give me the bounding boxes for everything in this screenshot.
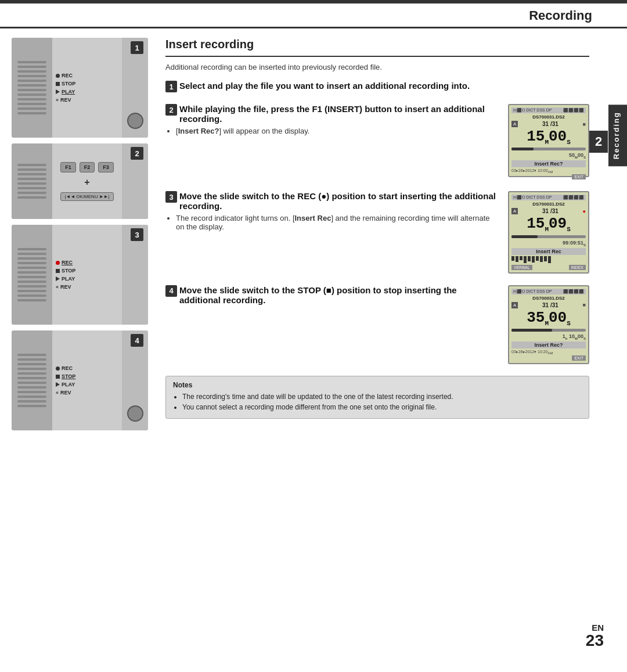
grille-line — [17, 285, 46, 288]
ok-menu-button[interactable]: |◄◄ OK/MENU ►►| — [60, 192, 113, 201]
step-2-badge: 2 — [589, 131, 608, 153]
screen-1-folder-row: A 31 /31 ■ — [511, 121, 586, 127]
grille-line — [17, 182, 46, 185]
rev-label: « REV — [56, 390, 71, 396]
device-grille-4 — [12, 330, 52, 430]
screen-1-exit-btn: EXIT — [572, 174, 586, 179]
grille-line — [17, 103, 46, 105]
grille-line — [17, 253, 46, 255]
rev-icon: « — [56, 97, 59, 103]
stop-label: STOP — [56, 81, 75, 87]
screen-1-progress — [511, 148, 586, 150]
rev-icon: « — [56, 284, 59, 290]
screen-1-folder: A — [511, 121, 518, 127]
device-screen-4: m⬛O DICT DSS DP ⬛⬛⬛⬛ DS700031.DS2 A 31 /… — [508, 285, 589, 364]
rec-icon — [56, 366, 60, 371]
grille-line — [17, 80, 46, 82]
screen-1-filename: DS700031.DS2 — [511, 114, 586, 120]
screen-3-rec-icon: ● — [583, 209, 586, 214]
side-button-4 — [127, 405, 143, 422]
step-2-heading: While playing the file, press the F1 (IN… — [179, 104, 499, 124]
screen-1-icon: ■ — [583, 121, 586, 127]
grille-line — [17, 98, 46, 100]
grille-line — [17, 391, 46, 393]
grille-line — [17, 187, 46, 189]
screen-3-rec-bars — [511, 256, 586, 263]
device-panel-3: 3 — [12, 225, 148, 325]
plus-button[interactable]: + — [84, 177, 89, 188]
rec-label: REC — [56, 73, 73, 78]
step-2-note-1: [Insert Rec?] will appear on the display… — [176, 127, 499, 135]
device-grille-3 — [12, 225, 52, 325]
screen-1-datetime: 03▸28▸2012▾ 10:00AM — [511, 168, 586, 174]
device-grille-1 — [12, 38, 52, 138]
step-1-number: 1 — [165, 81, 177, 92]
device-body-2: F1 F2 F3 + |◄◄ OK/MENU ►►| — [12, 143, 148, 219]
rec-icon — [56, 261, 60, 265]
note-1: The recording's time and date will be up… — [182, 393, 582, 401]
grille-line — [17, 372, 46, 375]
section-title: Insert recording — [165, 38, 589, 57]
step-3-body: The record indicator light turns on. [In… — [165, 214, 499, 231]
grille-line — [17, 164, 46, 166]
device-panel-1: 1 — [12, 38, 148, 138]
screen-3-progress — [511, 235, 586, 238]
f1-button[interactable]: F1 — [60, 162, 76, 173]
step-4-text: 4 Move the slide switch to the STOP (■) … — [165, 285, 499, 305]
panel-number-2: 2 — [131, 147, 143, 160]
stop-icon — [56, 269, 60, 273]
step-1-heading-row: 1 Select and play the file you want to i… — [165, 81, 589, 92]
main-content: 1 — [0, 28, 627, 440]
grille-line — [17, 168, 46, 171]
grille-line — [17, 173, 46, 175]
side-button-1 — [127, 113, 143, 129]
stop-icon — [56, 82, 60, 86]
device-illustrations: 1 — [0, 28, 154, 440]
stop-label: STOP — [56, 268, 75, 274]
device-panel-4: 4 — [12, 330, 148, 430]
screen-4-icon: ■ — [583, 302, 586, 308]
f3-button[interactable]: F3 — [98, 162, 114, 173]
page-number: 23 — [586, 633, 604, 649]
step-3-heading: Move the slide switch to the REC (●) pos… — [179, 191, 499, 211]
screen-3-label: Insert Rec — [511, 248, 586, 255]
screen-4-time-sub: 1h 10M00S — [511, 333, 586, 340]
grille-line — [17, 382, 46, 384]
screen-1-top-bar: m⬛O DICT DSS DP ⬛⬛⬛⬛ — [511, 107, 586, 113]
screen-1-label: Insert Rec? — [511, 160, 586, 167]
step-2-block: 2 While playing the file, press the F1 (… — [165, 104, 589, 179]
notes-list: The recording's time and date will be up… — [173, 393, 582, 411]
notes-title: Notes — [173, 381, 582, 389]
step-3-heading-row: 3 Move the slide switch to the REC (●) p… — [165, 191, 499, 211]
screen-3-folder: A — [511, 208, 518, 214]
device-body-4: REC STOP PLAY « REV — [12, 330, 148, 430]
grille-line — [17, 386, 46, 389]
play-icon — [56, 89, 60, 94]
grille-line — [17, 70, 46, 73]
device-grille-2 — [12, 143, 52, 219]
screen-3-time: 15M09S — [511, 215, 586, 233]
screen-1-progress-fill — [511, 148, 534, 150]
screen-4-top-bar: m⬛O DICT DSS DP ⬛⬛⬛⬛ — [511, 289, 586, 294]
panel-number-1: 1 — [131, 41, 143, 54]
device-switch-panel-3: REC STOP PLAY « REV — [52, 225, 122, 325]
step-2-body: [Insert Rec?] will appear on the display… — [165, 127, 499, 135]
f2-button[interactable]: F2 — [80, 162, 95, 173]
grille-line — [17, 178, 46, 180]
step-4-block: 4 Move the slide switch to the STOP (■) … — [165, 285, 589, 364]
rec-icon — [56, 74, 60, 78]
grille-line — [17, 192, 46, 194]
play-icon — [56, 382, 60, 387]
instructions-panel: Insert recording Additional recording ca… — [154, 28, 595, 440]
screen-3-progress-fill — [511, 235, 538, 238]
grille-line — [17, 107, 46, 110]
grille-line — [17, 262, 46, 264]
play-icon — [56, 276, 60, 281]
insert-rec-label-2: Insert Rec — [295, 214, 331, 222]
step-2-number: 2 — [165, 104, 177, 116]
grille-line — [17, 94, 46, 96]
notes-box: Notes The recording's time and date will… — [165, 376, 589, 419]
grille-line — [17, 271, 46, 274]
play-label: PLAY — [56, 382, 75, 387]
device-switch-panel-4: REC STOP PLAY « REV — [52, 330, 122, 430]
